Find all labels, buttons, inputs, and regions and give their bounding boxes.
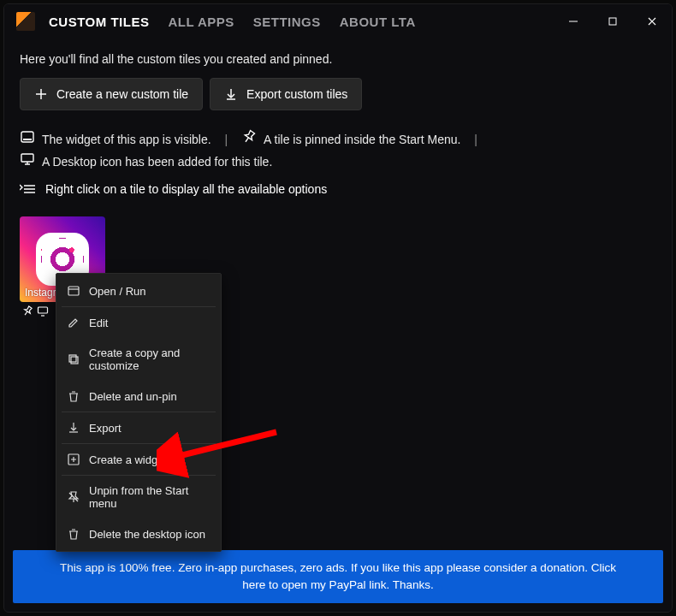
create-tile-label: Create a new custom tile	[56, 87, 188, 101]
desktop-badge-icon	[37, 305, 49, 317]
tile-badges	[21, 305, 49, 317]
ctx-unpin-start-label: Unpin from the Start menu	[89, 484, 211, 510]
legend-pin-text: A tile is pinned inside the Start Menu.	[264, 130, 460, 151]
legend-widget-text: The widget of this app is visible.	[42, 130, 211, 151]
ctx-delete-unpin-label: Delete and un-pin	[89, 390, 177, 403]
tab-all-apps[interactable]: ALL APPS	[168, 15, 234, 29]
app-logo-icon	[16, 12, 35, 31]
copy-icon	[67, 352, 80, 366]
legend-desktop: A Desktop icon has been added for this t…	[20, 151, 272, 174]
svg-rect-8	[21, 132, 33, 142]
context-menu: Open / Run Edit Create a copy and custom…	[56, 273, 222, 552]
svg-rect-18	[68, 287, 79, 295]
trash-icon	[67, 527, 80, 541]
ctx-export[interactable]: Export	[56, 412, 221, 443]
maximize-icon	[608, 16, 618, 27]
tab-settings[interactable]: SETTINGS	[253, 15, 321, 29]
hint-row: Right click on a tile to display all the…	[20, 182, 656, 196]
pencil-icon	[67, 316, 80, 329]
ctx-unpin-start[interactable]: Unpin from the Start menu	[56, 476, 221, 518]
tab-about[interactable]: ABOUT LTA	[340, 15, 416, 29]
main-tabs: CUSTOM TILES ALL APPS SETTINGS ABOUT LTA	[49, 15, 416, 29]
svg-rect-10	[21, 154, 33, 162]
hint-text: Right click on a tile to display all the…	[45, 182, 327, 196]
pin-badge-icon	[21, 305, 33, 317]
svg-rect-1	[609, 18, 616, 25]
download-icon	[224, 87, 238, 101]
legend-separator: |	[474, 133, 477, 146]
ctx-create-widget[interactable]: Create a widget	[56, 444, 221, 475]
legend-separator: |	[225, 133, 228, 146]
close-icon	[647, 16, 657, 27]
titlebar: CUSTOM TILES ALL APPS SETTINGS ABOUT LTA	[4, 4, 672, 38]
ctx-edit[interactable]: Edit	[56, 307, 221, 338]
app-window: CUSTOM TILES ALL APPS SETTINGS ABOUT LTA…	[3, 3, 673, 613]
ctx-open-run-label: Open / Run	[89, 285, 146, 298]
export-tiles-button[interactable]: Export custom tiles	[210, 78, 362, 110]
trash-icon	[67, 389, 80, 403]
export-tiles-label: Export custom tiles	[246, 87, 347, 101]
svg-rect-21	[71, 357, 78, 364]
ctx-edit-label: Edit	[89, 317, 108, 329]
unpin-icon	[67, 490, 80, 504]
minimize-icon	[568, 16, 578, 27]
ctx-open-run[interactable]: Open / Run	[56, 275, 221, 306]
intro-text: Here you'll find all the custom tiles yo…	[20, 52, 656, 66]
plus-icon	[34, 87, 48, 101]
open-icon	[67, 284, 80, 298]
ctx-delete-desktop[interactable]: Delete the desktop icon	[56, 518, 221, 549]
widget-icon	[20, 129, 35, 151]
toolbar: Create a new custom tile Export custom t…	[20, 78, 656, 110]
add-widget-icon	[67, 453, 80, 466]
context-menu-icon	[20, 183, 37, 195]
legend-desktop-text: A Desktop icon has been added for this t…	[42, 152, 272, 173]
svg-rect-16	[39, 307, 48, 313]
pin-icon	[241, 129, 257, 151]
ctx-delete-desktop-label: Delete the desktop icon	[89, 528, 205, 541]
window-controls	[554, 8, 672, 35]
ctx-export-label: Export	[89, 422, 122, 435]
minimize-button[interactable]	[554, 8, 593, 35]
legend-widget: The widget of this app is visible.	[20, 129, 211, 151]
download-icon	[67, 421, 80, 435]
legend-pin: A tile is pinned inside the Start Menu.	[241, 129, 460, 151]
svg-rect-9	[23, 139, 32, 140]
close-button[interactable]	[632, 8, 672, 35]
tab-custom-tiles[interactable]: CUSTOM TILES	[49, 15, 149, 29]
ctx-delete-unpin[interactable]: Delete and un-pin	[56, 381, 221, 412]
ctx-create-widget-label: Create a widget	[89, 453, 167, 466]
maximize-button[interactable]	[593, 8, 632, 35]
ctx-copy-customize[interactable]: Create a copy and customize	[56, 338, 221, 381]
desktop-icon	[20, 151, 35, 174]
ctx-copy-label: Create a copy and customize	[89, 346, 211, 372]
svg-rect-20	[69, 355, 76, 362]
create-tile-button[interactable]: Create a new custom tile	[20, 78, 203, 110]
legend: The widget of this app is visible. | A t…	[20, 129, 656, 174]
donation-banner[interactable]: This app is 100% free. Zero in-app purch…	[13, 550, 663, 604]
